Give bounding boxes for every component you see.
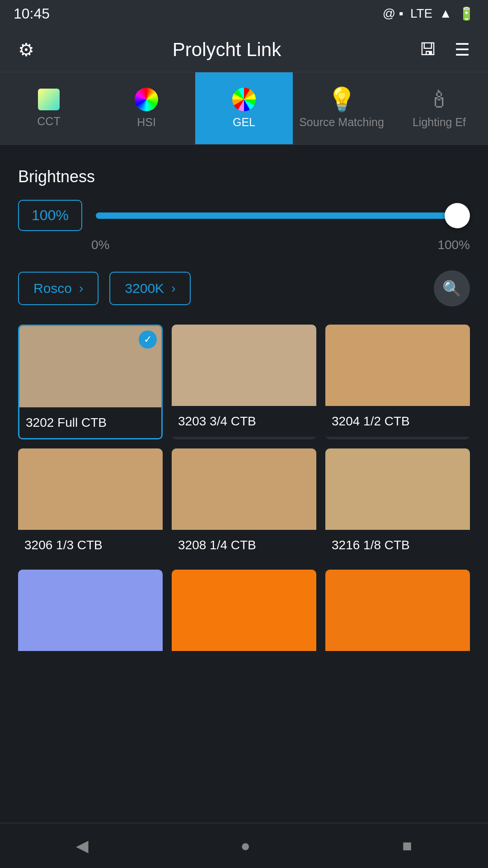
brightness-value: 100% (18, 200, 82, 231)
brightness-label: Brightness (18, 167, 470, 186)
gel-color-swatch (172, 570, 316, 651)
network-indicator: @ ▪ (383, 6, 404, 21)
gel-card-label: 3206 1/3 CTB (18, 530, 163, 561)
slider-labels: 0% 100% (91, 238, 470, 252)
gel-card-3202[interactable]: 3202 Full CTB ✓ (18, 325, 163, 439)
gel-card-row3-1[interactable] (18, 570, 163, 667)
tab-cct-label: CCT (37, 115, 60, 128)
gel-color-swatch (325, 448, 470, 530)
gel-card-label: 3216 1/8 CTB (325, 530, 470, 561)
gel-card-3216[interactable]: 3216 1/8 CTB (325, 448, 470, 561)
tab-hsi-label: HSI (137, 116, 156, 129)
tab-source-matching[interactable]: 💡 Source Matching (293, 72, 390, 144)
save-icon: 🖫 (419, 40, 436, 59)
settings-button[interactable]: ⚙ (18, 39, 34, 60)
slider-thumb[interactable] (445, 203, 470, 228)
tab-lighting-effects[interactable]: 🕯 Lighting Ef (390, 72, 488, 144)
recents-icon: ■ (402, 836, 412, 855)
gel-color-swatch (325, 325, 470, 406)
status-bar: 10:45 @ ▪ LTE ▲ 🔋 (0, 0, 488, 27)
menu-icon: ☰ (455, 40, 470, 59)
home-icon: ● (240, 836, 250, 855)
gel-color-swatch (18, 570, 163, 651)
gel-card-3208[interactable]: 3208 1/4 CTB (172, 448, 316, 561)
slider-max-label: 100% (437, 238, 470, 252)
gel-color-swatch (325, 570, 470, 651)
status-time: 10:45 (14, 5, 50, 22)
gel-card-3203[interactable]: 3203 3/4 CTB (172, 325, 316, 439)
gel-color-swatch (172, 448, 316, 530)
tab-source-label: Source Matching (299, 116, 384, 129)
tab-gel[interactable]: GEL (195, 72, 293, 144)
status-icons: @ ▪ LTE ▲ 🔋 (383, 6, 474, 21)
gel-card-row3-3[interactable] (325, 570, 470, 667)
gel-card-label: 3208 1/4 CTB (172, 530, 316, 561)
gel-color-swatch (18, 448, 163, 530)
search-button[interactable]: 🔍 (434, 270, 470, 307)
tab-lighting-label: Lighting Ef (413, 116, 466, 129)
brand-chevron-icon: › (79, 281, 83, 296)
home-button[interactable]: ● (240, 836, 250, 855)
save-button[interactable]: 🖫 (419, 40, 436, 59)
temp-filter-label: 3200K (125, 281, 164, 296)
brightness-slider[interactable] (96, 202, 470, 229)
bulb-icon: 💡 (327, 88, 357, 111)
gel-color-swatch (172, 325, 316, 406)
menu-button[interactable]: ☰ (455, 40, 470, 60)
recents-button[interactable]: ■ (402, 836, 412, 855)
gel-card-label (172, 651, 316, 667)
search-icon: 🔍 (442, 279, 461, 297)
navigation-bar: ◀ ● ■ (0, 823, 488, 868)
tab-hsi[interactable]: HSI (98, 72, 195, 144)
battery-icon: 🔋 (459, 6, 474, 21)
brightness-row: 100% (18, 200, 470, 231)
top-bar-actions: 🖫 ☰ (419, 40, 470, 60)
signal-icon: ▲ (439, 6, 452, 21)
selected-checkmark: ✓ (139, 330, 157, 349)
tab-bar: CCT HSI GEL 💡 Source Matching 🕯 Lighting… (0, 72, 488, 145)
gel-card-label (325, 651, 470, 667)
gel-card-3206[interactable]: 3206 1/3 CTB (18, 448, 163, 561)
temp-chevron-icon: › (171, 281, 175, 296)
back-icon: ◀ (76, 836, 89, 855)
settings-icon: ⚙ (18, 40, 34, 60)
gel-card-label: 3203 3/4 CTB (172, 406, 316, 437)
gel-card-row3-2[interactable] (172, 570, 316, 667)
slider-track (96, 212, 470, 219)
app-title: Prolycht Link (173, 39, 281, 61)
gel-card-label (18, 651, 163, 667)
hsi-icon (135, 88, 158, 111)
back-button[interactable]: ◀ (76, 836, 89, 855)
lte-indicator: LTE (410, 6, 432, 21)
main-content: Brightness 100% 0% 100% Rosco › 3200K › … (0, 145, 488, 735)
brand-filter-button[interactable]: Rosco › (18, 272, 99, 305)
gel-card-label: 3204 1/2 CTB (325, 406, 470, 437)
tab-cct[interactable]: CCT (0, 72, 98, 144)
gel-card-3204[interactable]: 3204 1/2 CTB (325, 325, 470, 439)
slider-min-label: 0% (91, 238, 109, 252)
gel-card-label: 3202 Full CTB (19, 407, 161, 438)
tab-gel-label: GEL (233, 116, 255, 129)
top-bar: ⚙ Prolycht Link 🖫 ☰ (0, 27, 488, 72)
gel-icon (232, 88, 256, 111)
brand-filter-label: Rosco (33, 281, 72, 296)
candle-icon: 🕯 (427, 88, 451, 111)
temp-filter-button[interactable]: 3200K › (109, 272, 191, 305)
gel-grid: 3202 Full CTB ✓ 3203 3/4 CTB 3204 1/2 CT… (18, 325, 470, 667)
cct-icon (38, 89, 60, 110)
filter-row: Rosco › 3200K › 🔍 (18, 270, 470, 307)
